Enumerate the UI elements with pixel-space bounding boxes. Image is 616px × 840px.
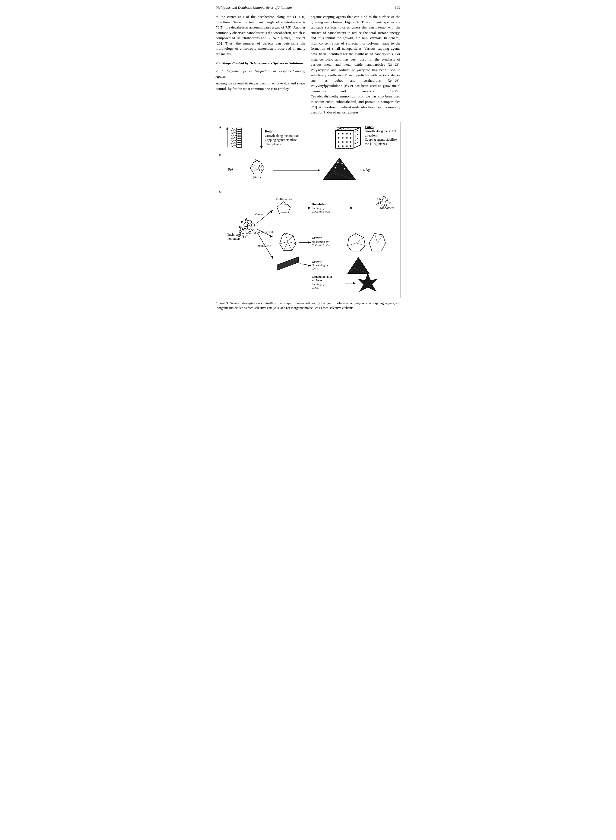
svg-line-161	[356, 243, 365, 246]
svg-point-20	[236, 130, 237, 132]
svg-point-108	[249, 231, 251, 233]
svg-point-11	[237, 138, 239, 139]
svg-line-164	[377, 235, 383, 243]
panel-a-label: a	[219, 125, 223, 151]
svg-point-99	[243, 228, 246, 231]
svg-point-6	[239, 131, 241, 132]
svg-point-105	[243, 236, 245, 238]
svg-point-48	[350, 137, 351, 138]
svg-point-92	[344, 168, 345, 169]
svg-point-22	[236, 135, 237, 136]
svg-point-100	[251, 224, 255, 227]
svg-point-58	[357, 130, 358, 131]
panel-a-content: Rods Growth along the one axis Capping a…	[225, 125, 397, 151]
svg-point-90	[341, 163, 343, 164]
svg-line-158	[356, 233, 356, 243]
svg-point-8	[239, 133, 241, 135]
svg-line-146	[285, 233, 288, 242]
rods-group: Rods Growth along the one axis Capping a…	[225, 126, 299, 150]
down-arrow-svg	[260, 126, 263, 150]
svg-marker-115	[270, 210, 273, 213]
svg-marker-182	[353, 282, 356, 284]
svg-marker-118	[270, 235, 273, 237]
svg-point-134	[380, 199, 383, 202]
svg-marker-169	[308, 264, 311, 267]
svg-point-55	[346, 145, 348, 147]
svg-point-26	[236, 144, 237, 145]
svg-point-27	[236, 146, 237, 147]
svg-point-140	[378, 198, 380, 200]
svg-text:Multiple twin: Multiple twin	[276, 197, 293, 201]
svg-text:surfaces: surfaces	[312, 279, 322, 282]
svg-point-137	[378, 202, 381, 204]
svg-point-16	[239, 142, 241, 143]
svg-line-150	[284, 242, 288, 251]
panel-b-svg: Pt⁴⁺ + (Ag)₄	[225, 155, 403, 185]
svg-line-159	[356, 237, 364, 243]
svg-point-47	[346, 137, 348, 138]
svg-text:Growth: Growth	[255, 213, 264, 216]
svg-point-45	[338, 137, 339, 138]
svg-point-112	[245, 218, 246, 220]
svg-point-18	[239, 144, 241, 145]
svg-point-97	[248, 220, 252, 224]
svg-point-136	[386, 200, 388, 203]
panel-c-label: c	[219, 189, 223, 194]
svg-point-91	[334, 167, 336, 168]
svg-point-46	[342, 137, 343, 138]
svg-text:Cl/O₂ or Br/O₂: Cl/O₂ or Br/O₂	[312, 243, 330, 247]
panel-c-svg: Nuclei and monomers	[225, 189, 410, 293]
svg-point-44	[350, 133, 351, 134]
svg-text:Single crystal: Single crystal	[257, 230, 273, 233]
svg-text:Etching of {111}: Etching of {111}	[312, 275, 332, 278]
svg-marker-173	[348, 257, 369, 274]
panel-c-content: Nuclei and monomers	[225, 189, 403, 293]
svg-text:monomers: monomers	[227, 237, 241, 240]
svg-point-113	[241, 221, 243, 223]
svg-marker-124	[277, 202, 290, 214]
panel-b-row: b Pt⁴⁺ + (Ag)₄	[219, 153, 397, 187]
panel-b-label: b	[219, 153, 223, 187]
main-text-columns: to the center axis of the decahedron alo…	[216, 14, 400, 117]
figure-caption: Figure 3. Several strategies on controll…	[216, 301, 400, 311]
svg-marker-167	[277, 257, 299, 270]
svg-point-17	[237, 144, 239, 145]
left-para1: to the center axis of the decahedron alo…	[216, 14, 305, 57]
svg-text:Pt⁴⁺ +: Pt⁴⁺ +	[228, 168, 238, 172]
figure-3: a	[216, 122, 400, 298]
svg-point-111	[254, 232, 255, 234]
svg-point-14	[239, 140, 241, 141]
svg-line-160	[348, 243, 356, 246]
rods-diagram-svg	[231, 126, 258, 150]
svg-text:No etching by: No etching by	[312, 264, 329, 267]
svg-point-30	[337, 127, 339, 128]
svg-point-107	[241, 228, 243, 230]
svg-point-43	[346, 133, 348, 134]
svg-point-141	[387, 198, 389, 200]
svg-point-135	[383, 196, 386, 199]
cubes-text: Cubes Growth along the <111> directions …	[365, 125, 397, 146]
right-column: organic capping agents that can bind to …	[311, 14, 400, 117]
svg-marker-153	[308, 241, 311, 243]
cubes-group: Cubes Growth along the <111> directions …	[328, 125, 397, 151]
svg-text:Growth: Growth	[312, 260, 323, 264]
svg-line-163	[375, 233, 377, 243]
svg-point-9	[237, 135, 239, 137]
svg-point-110	[252, 229, 253, 230]
svg-line-148	[280, 242, 288, 244]
svg-point-42	[342, 133, 343, 134]
svg-text:Monomers: Monomers	[380, 206, 394, 210]
svg-point-51	[346, 141, 348, 142]
up-arrow-svg	[225, 126, 229, 150]
svg-point-19	[236, 128, 237, 129]
svg-text:(Ag)₄: (Ag)₄	[253, 175, 261, 179]
svg-text:Single twin: Single twin	[257, 244, 271, 247]
svg-point-13	[237, 140, 239, 141]
svg-point-53	[338, 145, 339, 147]
left-para2: Among the several strategies used to ach…	[216, 81, 305, 91]
svg-point-49	[338, 141, 339, 142]
svg-marker-121	[271, 256, 273, 259]
svg-point-67	[342, 148, 343, 149]
svg-point-106	[246, 233, 248, 235]
svg-point-24	[236, 139, 237, 140]
